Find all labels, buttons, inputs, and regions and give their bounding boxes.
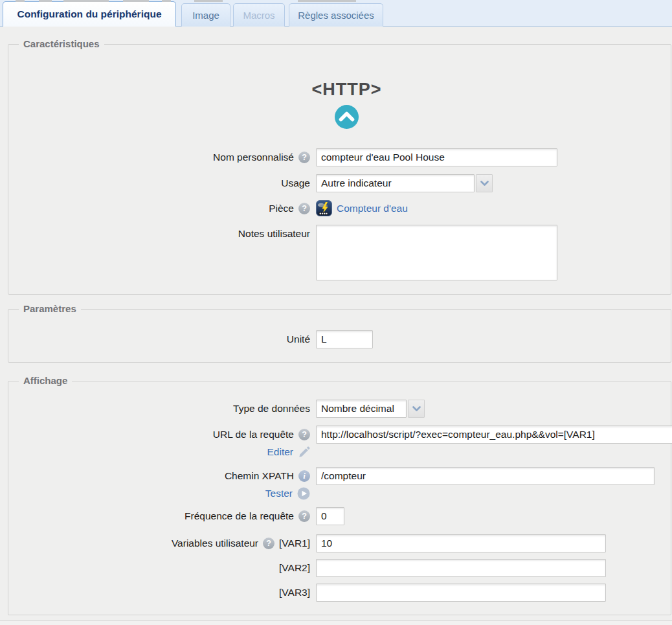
- cropped-ui-artifact: [194, 0, 223, 2]
- row-tester: Tester: [8, 486, 671, 501]
- var3-label: [VAR3]: [279, 587, 310, 598]
- var1-input[interactable]: [316, 534, 606, 552]
- row-chemin-xpath: Chemin XPATH i: [8, 467, 671, 485]
- row-editer: Editer: [8, 445, 671, 459]
- frequence-requete-input[interactable]: [316, 507, 344, 525]
- tab-image[interactable]: Image: [181, 3, 230, 27]
- play-icon[interactable]: [297, 487, 310, 500]
- device-config-panel: Caractéristiques <HTTP> Nom personnalisé…: [0, 27, 672, 625]
- info-icon[interactable]: i: [298, 470, 310, 482]
- row-notes-utilisateur: Notes utilisateur: [8, 225, 671, 280]
- panel-bottom-edge: [0, 620, 672, 625]
- cropped-ui-artifact: [16, 0, 25, 2]
- row-variable-var1: Variables utilisateur ? [VAR1]: [8, 534, 671, 552]
- tab-regles-associees[interactable]: Règles associées: [289, 3, 383, 27]
- tab-bar: Configuration du périphérique Image Macr…: [0, 0, 672, 27]
- cropped-ui-artifact: [123, 0, 149, 2]
- type-donnees-select[interactable]: Nombre décimal: [316, 400, 407, 418]
- piece-link[interactable]: Compteur d'eau: [337, 203, 408, 214]
- row-frequence-requete: Fréquence de la requête ?: [8, 507, 671, 525]
- section-parametres: Paramètres Unité: [8, 309, 671, 363]
- device-protocol-block: <HTTP>: [8, 80, 671, 132]
- url-requete-input[interactable]: [316, 426, 672, 444]
- section-parametres-legend: Paramètres: [19, 303, 81, 314]
- http-protocol-label: <HTTP>: [23, 80, 671, 99]
- type-donnees-label: Type de données: [233, 403, 310, 415]
- tester-link[interactable]: Tester: [265, 488, 293, 499]
- row-unite: Unité: [8, 330, 671, 348]
- chemin-xpath-label: Chemin XPATH: [225, 470, 294, 482]
- piece-label: Pièce: [269, 203, 294, 214]
- help-icon[interactable]: ?: [298, 152, 310, 163]
- cropped-ui-artifact: [162, 0, 171, 2]
- variables-utilisateur-label: Variables utilisateur: [172, 538, 258, 549]
- row-url-requete: URL de la requête ?: [8, 426, 671, 444]
- help-icon[interactable]: ?: [298, 510, 310, 522]
- help-icon[interactable]: ?: [298, 203, 310, 214]
- notes-utilisateur-label: Notes utilisateur: [238, 225, 310, 243]
- chevron-down-icon: [480, 181, 489, 187]
- type-donnees-select-button[interactable]: [408, 400, 425, 418]
- row-type-donnees: Type de données Nombre décimal: [8, 400, 671, 418]
- url-requete-label: URL de la requête: [213, 429, 294, 440]
- section-affichage-legend: Affichage: [19, 375, 72, 386]
- water-meter-icon[interactable]: [316, 200, 332, 216]
- section-caracteristiques: Caractéristiques <HTTP> Nom personnalisé…: [8, 44, 671, 295]
- row-variable-var3: [VAR3]: [8, 584, 671, 602]
- usage-select[interactable]: Autre indicateur: [316, 174, 475, 192]
- var2-input[interactable]: [316, 559, 606, 577]
- row-nom-personnalise: Nom personnalisé ?: [8, 148, 671, 166]
- chemin-xpath-input[interactable]: [316, 467, 655, 485]
- row-usage: Usage Autre indicateur: [8, 174, 671, 192]
- help-icon[interactable]: ?: [263, 538, 274, 549]
- pencil-icon[interactable]: [298, 446, 310, 459]
- notes-utilisateur-textarea[interactable]: [316, 225, 557, 280]
- var1-label: [VAR1]: [279, 538, 310, 549]
- chevron-down-icon: [412, 406, 421, 412]
- row-piece: Pièce ?: [8, 200, 671, 217]
- section-caracteristiques-legend: Caractéristiques: [19, 38, 104, 49]
- usage-select-button[interactable]: [476, 174, 493, 192]
- tab-macros: Macros: [233, 3, 285, 27]
- var2-label: [VAR2]: [279, 562, 310, 574]
- device-status-up-icon[interactable]: [334, 104, 359, 130]
- cropped-ui-artifact: [298, 0, 356, 2]
- cropped-ui-artifact: [63, 0, 109, 2]
- unite-label: Unité: [287, 334, 310, 345]
- frequence-requete-label: Fréquence de la requête: [185, 510, 294, 522]
- help-icon[interactable]: ?: [298, 429, 310, 440]
- nom-personnalise-label: Nom personnalisé: [213, 152, 294, 163]
- row-variable-var2: [VAR2]: [8, 559, 671, 577]
- tab-configuration-peripherique[interactable]: Configuration du périphérique: [3, 1, 176, 27]
- usage-label: Usage: [281, 177, 310, 189]
- var3-input[interactable]: [316, 584, 606, 602]
- section-affichage: Affichage Type de données Nombre décimal: [8, 381, 671, 615]
- cropped-ui-artifact: [39, 0, 52, 2]
- editer-link[interactable]: Editer: [267, 446, 294, 458]
- nom-personnalise-input[interactable]: [316, 148, 557, 166]
- unite-input[interactable]: [316, 330, 373, 348]
